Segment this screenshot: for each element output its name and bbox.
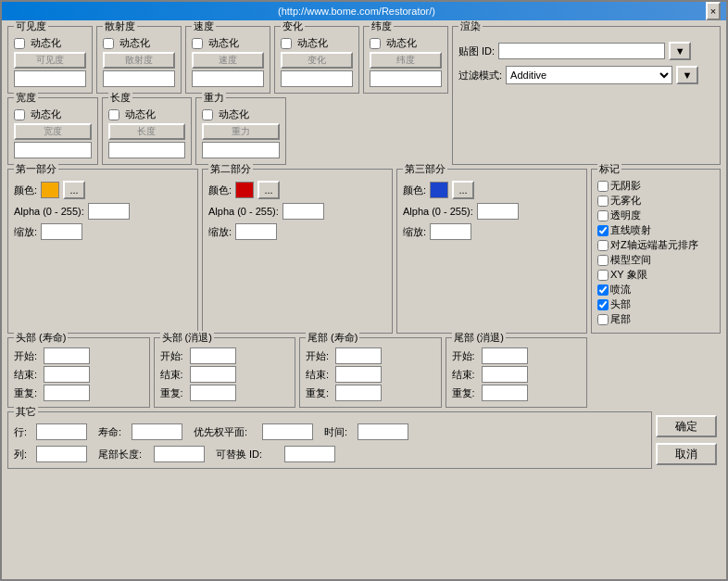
latitude-input[interactable]: 0 [370,70,442,87]
hd-start-input[interactable]: 0 [190,347,236,364]
variation-anim-checkbox[interactable] [281,38,292,49]
variation-title: 变化 [281,20,305,33]
hd-repeat-input[interactable]: 1 [190,385,236,401]
tag-checkbox-8[interactable] [597,299,609,310]
gravity-input[interactable]: 0 [202,142,280,158]
gravity-box: 重力 动态化 重力 0 [195,97,286,165]
hb-repeat-label: 重复: [14,386,40,400]
gravity-anim-checkbox[interactable] [202,109,213,120]
part1-scale-input[interactable]: 10 [41,223,82,240]
tags-box: 标记 无阴影无雾化透明度直线喷射对Z轴远端基元排序模型空间XY 象限喷流头部尾部 [591,169,721,334]
hd-end-label: 结束: [160,368,186,382]
diffuse-input[interactable]: 50 [103,70,175,87]
filter-select[interactable]: Additive None Transparent Blend AddAlpha… [506,66,672,84]
priority-input[interactable]: 0 [262,423,313,440]
part3-scale-input[interactable]: 10 [430,223,471,240]
tag-checkbox-5[interactable] [597,255,609,266]
tag-row-5: 模型空间 [597,253,714,267]
part3-alpha-input[interactable]: 255 [477,203,519,220]
hb-repeat-input[interactable]: 1 [44,385,90,401]
part3-title: 第三部分 [403,162,447,176]
texture-browse-button[interactable]: ▼ [669,42,691,60]
cancel-button[interactable]: 取消 [656,443,717,465]
tb-repeat-input[interactable]: 1 [335,385,382,401]
row-label: 行: [14,425,32,439]
life-input[interactable]: 0.5 [132,423,182,440]
part1-title: 第一部分 [14,162,58,176]
speed-anim-checkbox[interactable] [192,38,203,49]
part2-scale-input[interactable]: 10 [235,223,277,240]
length-btn[interactable]: 长度 [108,123,186,140]
speed-anim-label: 动态化 [208,36,239,50]
part1-box: 第一部分 颜色: ... Alpha (0 - 255): 255 缩放: 10 [7,169,198,334]
ok-button[interactable]: 确定 [656,415,717,437]
diffuse-btn[interactable]: 散射度 [103,52,175,69]
part2-color-browse[interactable]: ... [257,181,280,199]
tag-checkbox-1[interactable] [597,196,609,207]
part1-color-swatch[interactable] [41,182,59,198]
tag-row-0: 无阴影 [597,179,714,193]
width-anim-label: 动态化 [31,107,61,121]
length-anim-checkbox[interactable] [108,109,119,120]
part3-color-swatch[interactable] [430,182,448,198]
hd-end-input[interactable]: 0 [190,366,236,383]
tail-born-box: 尾部 (寿命) 开始: 0 结束: 0 重复: 1 [299,337,442,408]
close-button[interactable]: × [706,2,721,20]
part2-color-swatch[interactable] [235,182,254,198]
length-input[interactable]: 2 [108,142,186,158]
speed-box: 速度 动态化 速度 20 [185,26,270,94]
diffuse-anim-label: 动态化 [119,36,150,50]
texture-id-input[interactable]: Yellow_Glow2.blp [498,43,665,59]
tag-label-5: 模型空间 [610,253,651,267]
visibility-input[interactable]: 1 [14,70,86,87]
col-input[interactable]: 1 [36,446,87,462]
tag-checkbox-6[interactable] [597,270,609,281]
part1-color-browse[interactable]: ... [63,181,85,199]
td-start-input[interactable]: 0 [482,347,528,364]
width-input[interactable]: 2 [14,142,92,158]
diffuse-anim-checkbox[interactable] [103,38,114,49]
variation-input[interactable]: 2 [281,70,353,87]
hb-start-input[interactable]: 0 [44,347,90,364]
head-born-box: 头部 (寿命) 开始: 0 结束: 0 重复: 1 [7,337,150,408]
td-repeat-label: 重复: [452,386,478,400]
tags-container: 无阴影无雾化透明度直线喷射对Z轴远端基元排序模型空间XY 象限喷流头部尾部 [597,179,714,326]
tag-checkbox-2[interactable] [597,210,609,221]
filter-browse-button[interactable]: ▼ [676,66,698,84]
tag-checkbox-9[interactable] [597,314,609,325]
latitude-anim-checkbox[interactable] [370,38,381,49]
visibility-box: 可见度 动态化 可见度 1 [7,26,93,94]
other-box: 其它 行: 1 寿命: 0.5 优先权平面: 0 时间: 0.5 列: 1 [7,411,652,469]
td-start-label: 开始: [452,349,478,363]
part3-color-browse[interactable]: ... [452,181,474,199]
speed-input[interactable]: 20 [192,70,264,87]
replace-id-input[interactable]: 0 [284,446,335,462]
tag-checkbox-3[interactable] [597,225,609,236]
tag-checkbox-4[interactable] [597,240,609,251]
speed-btn[interactable]: 速度 [192,52,264,69]
tb-start-input[interactable]: 0 [335,347,382,364]
td-end-input[interactable]: 0 [482,366,528,383]
variation-btn[interactable]: 变化 [281,52,353,69]
part2-alpha-input[interactable]: 255 [282,203,324,220]
part3-color-label: 颜色: [403,183,426,197]
tail-decay-box: 尾部 (消退) 开始: 0 结束: 0 重复: 1 [446,337,588,408]
filter-label: 过滤模式: [458,69,502,82]
visibility-anim-checkbox[interactable] [14,38,25,49]
tag-label-2: 透明度 [610,208,641,222]
tail-length-input[interactable]: 0 [154,446,205,462]
visibility-btn[interactable]: 可见度 [14,52,86,69]
tag-checkbox-0[interactable] [597,181,609,192]
td-repeat-input[interactable]: 1 [482,385,528,401]
width-anim-checkbox[interactable] [14,109,25,120]
time-input[interactable]: 0.5 [358,423,408,440]
row-input[interactable]: 1 [36,423,87,440]
tb-end-input[interactable]: 0 [335,366,382,383]
hb-end-input[interactable]: 0 [44,366,90,383]
latitude-btn[interactable]: 纬度 [370,52,442,69]
hb-start-label: 开始: [14,349,40,363]
tag-checkbox-7[interactable] [597,284,609,296]
gravity-btn[interactable]: 重力 [202,123,280,140]
width-btn[interactable]: 宽度 [14,123,92,140]
part1-alpha-input[interactable]: 255 [88,203,130,220]
